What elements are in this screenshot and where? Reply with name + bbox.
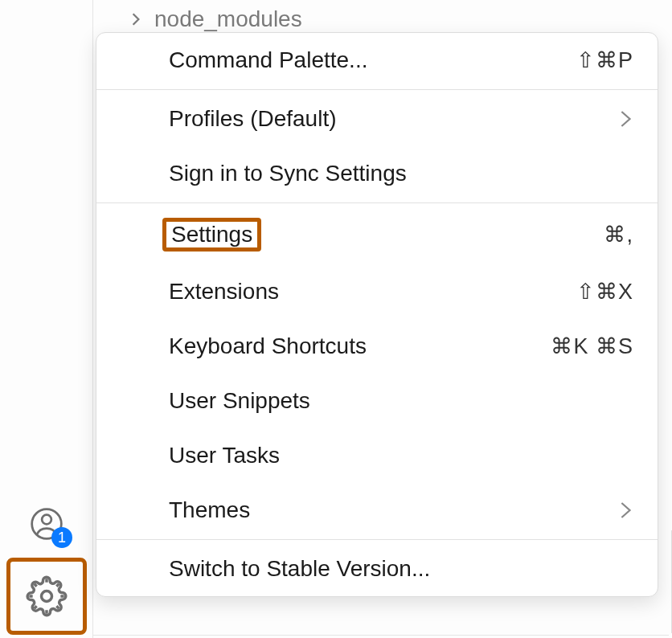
manage-context-menu: Command Palette...⇧⌘PProfiles (Default)S…	[96, 32, 658, 597]
chevron-right-icon	[619, 499, 633, 521]
svg-point-1	[42, 515, 51, 525]
menu-item-label: Command Palette...	[162, 46, 374, 75]
menu-item-label: Keyboard Shortcuts	[162, 332, 373, 361]
menu-item-themes[interactable]: Themes	[96, 483, 658, 538]
menu-item-label: Settings	[162, 218, 261, 252]
menu-item-user-tasks[interactable]: User Tasks	[96, 428, 658, 483]
chevron-right-icon	[129, 12, 143, 27]
menu-item-label: User Snippets	[162, 386, 317, 415]
menu-separator	[96, 539, 658, 540]
menu-item-user-snippets[interactable]: User Snippets	[96, 374, 658, 428]
folder-name: node_modules	[154, 6, 302, 32]
bottom-divider	[93, 635, 669, 636]
account-badge: 1	[51, 527, 72, 548]
menu-item-label: Sign in to Sync Settings	[162, 159, 413, 188]
menu-item-command-palette[interactable]: Command Palette...⇧⌘P	[96, 33, 658, 88]
menu-item-shortcut: ⇧⌘P	[576, 47, 633, 73]
menu-item-sign-in-to-sync-settings[interactable]: Sign in to Sync Settings	[96, 146, 658, 201]
menu-item-shortcut: ⌘K ⌘S	[551, 333, 633, 359]
menu-item-shortcut: ⌘,	[604, 222, 633, 247]
file-tree-row[interactable]: node_modules	[129, 6, 302, 32]
menu-item-label: User Tasks	[162, 441, 286, 470]
menu-item-extensions[interactable]: Extensions⇧⌘X	[96, 264, 658, 319]
menu-item-profiles-default[interactable]: Profiles (Default)	[96, 92, 658, 146]
manage-button[interactable]	[6, 558, 87, 635]
menu-item-label: Switch to Stable Version...	[162, 554, 436, 583]
gear-icon	[26, 575, 68, 617]
menu-item-label: Themes	[162, 496, 256, 525]
menu-item-settings[interactable]: Settings⌘,	[96, 205, 658, 264]
svg-point-2	[42, 591, 52, 602]
account-button[interactable]: 1	[27, 505, 66, 543]
chevron-right-icon	[619, 108, 633, 130]
menu-item-shortcut: ⇧⌘X	[576, 279, 633, 305]
menu-separator	[96, 89, 658, 90]
menu-separator	[96, 202, 658, 203]
activity-bar: 1	[0, 0, 93, 638]
menu-item-label: Profiles (Default)	[162, 104, 343, 133]
menu-item-keyboard-shortcuts[interactable]: Keyboard Shortcuts⌘K ⌘S	[96, 319, 658, 374]
menu-item-label: Extensions	[162, 277, 285, 306]
menu-item-switch-to-stable-version[interactable]: Switch to Stable Version...	[96, 542, 658, 596]
